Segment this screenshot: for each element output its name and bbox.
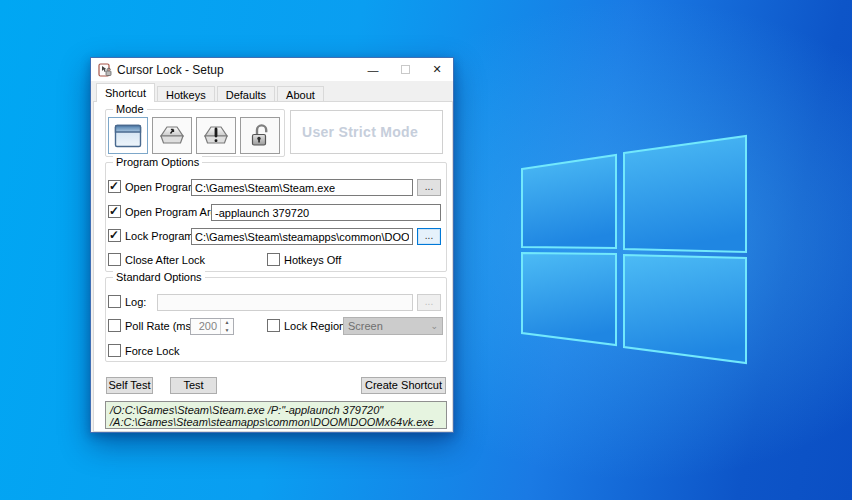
maximize-button: [389, 58, 421, 81]
titlebar[interactable]: Cursor Lock - Setup — ✕: [91, 58, 453, 81]
lock-program-row: Lock Program:: [108, 229, 197, 242]
spin-up-icon: ▲: [221, 319, 233, 327]
force-lock-label: Force Lock: [125, 345, 179, 357]
open-program-label: Open Program:: [125, 181, 200, 193]
mode-group-label: Mode: [113, 103, 147, 115]
open-program-row: Open Program:: [108, 180, 200, 193]
log-input: [157, 294, 413, 311]
spin-down-icon: ▼: [221, 327, 233, 335]
log-checkbox[interactable]: [108, 295, 121, 308]
lock-region-value: Screen: [348, 320, 383, 332]
mode-button-key[interactable]: [152, 117, 192, 154]
open-program-args-checkbox[interactable]: [108, 205, 121, 218]
app-icon: [98, 63, 112, 77]
standard-options-label: Standard Options: [113, 271, 205, 283]
window-title: Cursor Lock - Setup: [117, 63, 224, 77]
keycap-arrow-icon: [157, 122, 187, 150]
tab-hotkeys[interactable]: Hotkeys: [157, 86, 215, 102]
minimize-button[interactable]: —: [357, 58, 389, 81]
lock-program-browse-button[interactable]: ...: [417, 228, 441, 245]
hotkeys-off-label: Hotkeys Off: [284, 254, 341, 266]
poll-rate-row: Poll Rate (ms):: [108, 319, 198, 332]
open-padlock-icon: [245, 122, 275, 150]
log-label: Log:: [125, 296, 146, 308]
lock-program-checkbox[interactable]: [108, 229, 121, 242]
force-lock-row: Force Lock: [108, 344, 179, 357]
poll-rate-checkbox[interactable]: [108, 319, 121, 332]
current-mode-display: User Strict Mode: [290, 110, 443, 154]
mode-button-unlock[interactable]: [240, 117, 280, 154]
lock-region-label: Lock Region:: [284, 320, 348, 332]
open-program-args-input[interactable]: [211, 204, 441, 221]
poll-rate-spin-arrows: ▲▼: [220, 319, 233, 334]
hotkeys-off-checkbox[interactable]: [267, 253, 280, 266]
desktop-wallpaper: Cursor Lock - Setup — ✕ Shortcut Hotkeys…: [0, 0, 852, 500]
test-button[interactable]: Test: [170, 377, 217, 394]
close-after-lock-checkbox[interactable]: [108, 253, 121, 266]
chevron-down-icon: ⌄: [430, 321, 438, 331]
poll-rate-value: 200: [191, 319, 220, 334]
tab-strip: Shortcut Hotkeys Defaults About: [96, 84, 326, 102]
tab-shortcut[interactable]: Shortcut: [96, 83, 155, 102]
logo-pane-bottom-left: [522, 253, 616, 345]
tab-defaults[interactable]: Defaults: [217, 86, 275, 102]
cursor-lock-setup-window: Cursor Lock - Setup — ✕ Shortcut Hotkeys…: [90, 57, 454, 433]
open-program-input[interactable]: [191, 179, 413, 196]
logo-pane-top-left: [522, 155, 616, 248]
logo-pane-bottom-right: [624, 255, 746, 363]
close-button[interactable]: ✕: [421, 58, 453, 81]
command-line-preview: /O:C:\Games\Steam\Steam.exe /P:"-applaun…: [105, 401, 447, 429]
keycap-exclamation-icon: [201, 122, 231, 150]
lock-region-row: Lock Region:: [267, 319, 348, 332]
open-program-browse-button[interactable]: ...: [417, 179, 441, 196]
program-options-label: Program Options: [113, 156, 202, 168]
log-browse-button: ...: [417, 294, 441, 311]
lock-program-input[interactable]: [191, 228, 413, 245]
lock-program-label: Lock Program:: [125, 230, 197, 242]
create-shortcut-button[interactable]: Create Shortcut: [361, 377, 446, 394]
maximize-icon: [401, 65, 410, 74]
log-row: Log:: [108, 295, 146, 308]
shortcut-tab-page: Mode: [93, 101, 453, 432]
mode-button-window[interactable]: [108, 117, 148, 154]
self-test-button[interactable]: Self Test: [106, 377, 153, 394]
window-mode-icon: [113, 122, 143, 150]
logo-pane-top-right: [624, 136, 746, 252]
close-after-lock-label: Close After Lock: [125, 254, 205, 266]
mode-button-key-strict[interactable]: [196, 117, 236, 154]
open-program-args-row: Open Program Args:: [108, 205, 225, 218]
tab-about[interactable]: About: [277, 86, 324, 102]
close-after-lock-row: Close After Lock: [108, 253, 205, 266]
lock-region-checkbox[interactable]: [267, 319, 280, 332]
current-mode-text: User Strict Mode: [291, 124, 418, 140]
open-program-checkbox[interactable]: [108, 180, 121, 193]
poll-rate-label: Poll Rate (ms):: [125, 320, 198, 332]
poll-rate-spinner: 200 ▲▼: [190, 318, 234, 335]
force-lock-checkbox[interactable]: [108, 344, 121, 357]
hotkeys-off-row: Hotkeys Off: [267, 253, 341, 266]
lock-region-dropdown: Screen ⌄: [343, 317, 443, 335]
